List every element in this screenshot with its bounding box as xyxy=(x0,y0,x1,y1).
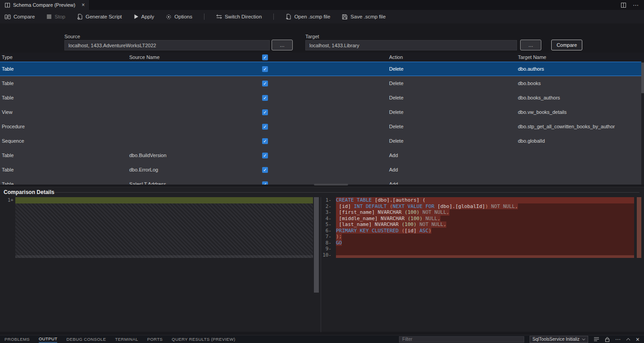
schema-compare-toolbar: Compare Stop Generate Script Apply Optio… xyxy=(0,10,644,23)
column-header-action[interactable]: Action xyxy=(387,54,516,60)
include-all-checkbox[interactable]: ✓ xyxy=(262,54,268,60)
row-include-checkbox[interactable]: ✓ xyxy=(262,95,268,101)
maximize-panel-icon[interactable] xyxy=(626,338,630,341)
row-include-checkbox[interactable]: ✓ xyxy=(262,138,268,144)
source-input[interactable] xyxy=(64,40,270,50)
row-include-checkbox[interactable]: ✓ xyxy=(262,167,268,173)
code-line: [middle_name] NVARCHAR (100) NULL, xyxy=(336,216,634,222)
row-target-name: dbo.books xyxy=(516,81,644,86)
options-gear-icon xyxy=(166,14,172,20)
row-include-checkbox[interactable]: ✓ xyxy=(262,124,268,130)
apply-button[interactable]: Apply xyxy=(134,14,154,19)
right-pane-horizontal-scrollbar[interactable] xyxy=(336,255,634,258)
row-checkbox-cell: ✓ xyxy=(259,81,387,86)
table-row[interactable]: Table✓Deletedbo.authors xyxy=(0,62,644,76)
switch-direction-button[interactable]: Switch Direction xyxy=(216,14,262,19)
panel-tab-output[interactable]: OUTPUT xyxy=(39,336,57,343)
code-token: [dbo].[authors] ( xyxy=(372,197,425,203)
line-number: 9- xyxy=(322,246,331,252)
row-include-checkbox[interactable]: ✓ xyxy=(262,181,268,185)
overview-ruler-removed-marker[interactable] xyxy=(637,197,641,258)
row-include-checkbox[interactable]: ✓ xyxy=(262,81,268,86)
stop-button-label: Stop xyxy=(54,14,65,19)
code-token: NOT NULL xyxy=(488,203,515,209)
open-scmp-button[interactable]: Open .scmp file xyxy=(286,14,330,20)
panel-more-actions-icon[interactable]: ⋯ xyxy=(615,337,621,342)
stop-button[interactable]: Stop xyxy=(46,14,65,19)
line-number: 8- xyxy=(322,240,331,246)
line-number: 10- xyxy=(322,252,331,258)
row-action: Delete xyxy=(387,95,516,100)
close-panel-icon[interactable]: × xyxy=(636,336,639,343)
grid-scrollbar[interactable] xyxy=(641,62,644,185)
save-scmp-button[interactable]: Save .scmp file xyxy=(342,14,385,20)
diff-inline-highlight: GO xyxy=(336,240,342,246)
compare-button[interactable]: Compare xyxy=(5,14,35,20)
grid-header-row: Type Source Name ✓ Action Target Name xyxy=(0,53,644,62)
row-action: Delete xyxy=(387,124,516,129)
panel-tab-ports[interactable]: PORTS xyxy=(147,336,163,343)
left-pane-horizontal-scrollbar[interactable] xyxy=(15,255,313,258)
column-header-target-name[interactable]: Target Name xyxy=(516,54,644,60)
toolbar-separator xyxy=(273,14,274,20)
row-action: Delete xyxy=(387,109,516,115)
table-row[interactable]: Table✓Deletedbo.books_authors xyxy=(0,90,644,105)
output-filter-input[interactable] xyxy=(399,336,524,343)
row-target-name: dbo.globalId xyxy=(516,138,644,144)
chevron-down-icon xyxy=(582,338,585,341)
code-line: [last_name] NVARCHAR (100) NOT NULL, xyxy=(336,221,634,228)
table-row[interactable]: Tabledbo.ErrorLog✓Add xyxy=(0,162,644,177)
row-action: Add xyxy=(387,167,516,172)
column-header-type[interactable]: Type xyxy=(0,54,127,60)
generate-script-button[interactable]: Generate Script xyxy=(77,14,122,20)
tab-schema-compare[interactable]: Schema Compare (Preview) × xyxy=(0,0,90,10)
options-button[interactable]: Options xyxy=(166,14,192,20)
table-row[interactable]: Procedure✓Deletedbo.stp_get_all_cowritte… xyxy=(0,119,644,134)
script-file-icon xyxy=(77,14,83,20)
diff-inline-highlight: ); xyxy=(336,234,342,240)
row-include-checkbox[interactable]: ✓ xyxy=(262,153,268,158)
left-pane-scrollbar[interactable] xyxy=(314,197,319,293)
code-token: [last_name] NVARCHAR xyxy=(336,221,402,227)
row-target-name: dbo.books_authors xyxy=(516,95,644,100)
code-token: , xyxy=(443,221,446,227)
row-include-checkbox[interactable]: ✓ xyxy=(262,66,268,72)
code-token: (100) xyxy=(402,221,417,227)
lock-icon[interactable] xyxy=(605,337,610,342)
run-compare-button[interactable]: Compare xyxy=(551,40,582,50)
split-editor-icon[interactable] xyxy=(621,2,626,8)
panel-tab-terminal[interactable]: TERMINAL xyxy=(115,336,138,343)
source-browse-button[interactable]: … xyxy=(272,40,293,50)
column-header-source-name[interactable]: Source Name xyxy=(127,54,259,60)
table-row[interactable]: Tabledbo.BuildVersion✓Add xyxy=(0,148,644,162)
grid-scrollbar-thumb[interactable] xyxy=(641,63,644,93)
clear-output-icon[interactable] xyxy=(594,337,599,342)
row-target-name: dbo.authors xyxy=(516,66,644,72)
row-type: Table xyxy=(0,95,127,100)
row-include-checkbox[interactable]: ✓ xyxy=(262,109,268,115)
editor-more-actions-icon[interactable]: ⋯ xyxy=(633,2,639,9)
tab-title: Schema Compare (Preview) xyxy=(13,2,75,8)
target-browse-button[interactable]: … xyxy=(520,40,541,50)
table-row[interactable]: Sequence✓Deletedbo.globalId xyxy=(0,134,644,148)
generate-script-label: Generate Script xyxy=(86,14,122,19)
panel-tab-problems[interactable]: PROBLEMS xyxy=(5,336,30,343)
row-target-name: dbo.vw_books_details xyxy=(516,109,644,115)
panel-tab-query-results-preview-[interactable]: QUERY RESULTS (PREVIEW) xyxy=(172,336,235,343)
right-code[interactable]: CREATE TABLE [dbo].[authors] ( [id] INT … xyxy=(336,197,634,258)
row-type: Sequence xyxy=(0,138,127,144)
row-checkbox-cell: ✓ xyxy=(259,66,387,72)
table-row[interactable]: Table✓Deletedbo.books xyxy=(0,76,644,90)
diff-added-line xyxy=(15,197,313,203)
panel-tab-debug-console[interactable]: DEBUG CONSOLE xyxy=(66,336,106,343)
save-scmp-label: Save .scmp file xyxy=(350,14,385,19)
output-channel-select[interactable]: SqlToolsService Initializ xyxy=(530,336,588,343)
splitter-handle[interactable] xyxy=(314,184,348,185)
row-checkbox-cell: ✓ xyxy=(259,109,387,115)
code-line: [first_name] NVARCHAR (100) NOT NULL, xyxy=(336,209,634,216)
code-token: GO xyxy=(336,240,342,246)
table-row[interactable]: View✓Deletedbo.vw_books_details xyxy=(0,105,644,119)
target-input[interactable] xyxy=(305,40,517,50)
code-line: [id] INT DEFAULT (NEXT VALUE FOR [dbo].[… xyxy=(336,203,634,210)
tab-close-icon[interactable]: × xyxy=(82,2,85,8)
